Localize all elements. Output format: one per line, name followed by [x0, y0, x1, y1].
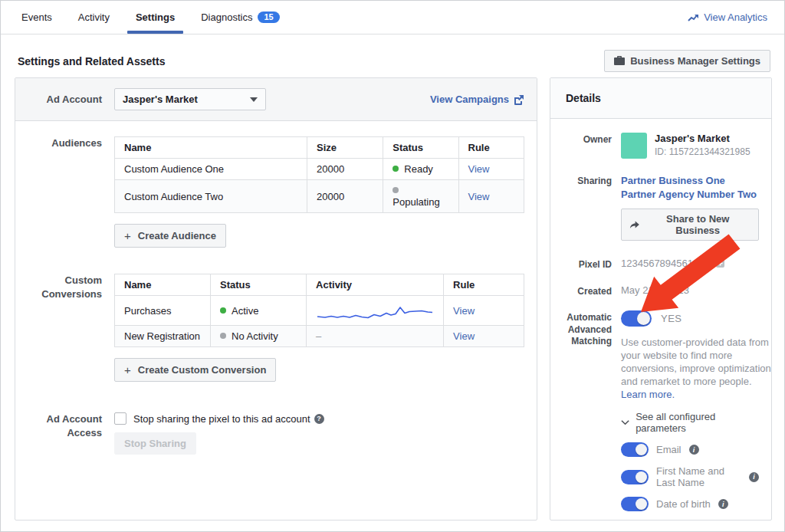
partner-agency-link[interactable]: Partner Agency Number Two — [621, 188, 759, 202]
tab-events-label: Events — [21, 11, 52, 23]
parameter-label: Email — [656, 444, 682, 455]
info-icon[interactable] — [689, 445, 699, 455]
col-name: Name — [115, 274, 211, 296]
diagnostics-count-badge: 15 — [258, 11, 279, 23]
sharing-row: Sharing Partner Business One Partner Age… — [563, 174, 759, 241]
toggle-state-text: YES — [661, 313, 682, 324]
parameter-label: Date of birth — [656, 498, 711, 510]
info-icon[interactable] — [718, 499, 728, 509]
stop-sharing-checkbox[interactable] — [114, 412, 126, 425]
audience-name: Custom Audience One — [115, 159, 307, 180]
table-row: Purchases Active View — [115, 296, 524, 326]
col-activity: Activity — [307, 274, 444, 296]
share-arrow-icon — [629, 220, 639, 229]
table-row: Custom Audience One 20000 Ready View — [115, 159, 524, 180]
custom-conversions-label: Custom Conversions — [28, 274, 102, 300]
col-rule: Rule — [444, 274, 524, 296]
audience-status: Ready — [383, 159, 458, 180]
stop-sharing-button-label: Stop Sharing — [124, 438, 186, 449]
custom-conversions-section: Custom Conversions Name Status Activity … — [28, 274, 524, 382]
audiences-table: Name Size Status Rule Custom Audience On… — [114, 136, 524, 213]
custom-conversions-header-row: Name Status Activity Rule — [115, 274, 524, 296]
email-toggle[interactable] — [621, 442, 649, 457]
details-title: Details — [550, 78, 771, 119]
table-row: New Registration No Activity – View — [115, 326, 524, 347]
see-all-parameters-toggle[interactable]: See all configured parameters — [621, 411, 759, 434]
audience-status: Populating — [383, 180, 458, 213]
col-name: Name — [115, 137, 307, 159]
parameter-row-email: Email — [621, 442, 759, 457]
tab-settings[interactable]: Settings — [123, 1, 188, 34]
chevron-down-icon — [621, 419, 629, 425]
business-manager-settings-button[interactable]: Business Manager Settings — [604, 50, 770, 72]
audiences-header-row: Name Size Status Rule — [115, 137, 524, 159]
avatar — [621, 133, 647, 159]
col-status: Status — [383, 137, 458, 159]
owner-row: Owner Jasper's Market ID: 11572213443219… — [563, 133, 759, 159]
audiences-label: Audiences — [28, 136, 102, 150]
owner-label: Owner — [563, 133, 612, 146]
conversion-name: New Registration — [115, 326, 211, 347]
create-audience-button[interactable]: Create Audience — [114, 224, 226, 248]
ad-account-access-section: Ad Account Access Stop sharing the pixel… — [28, 412, 524, 455]
page-title: Settings and Related Assetts — [18, 55, 165, 67]
automatic-advanced-matching-row: Automatic Advanced Matching YES Use cust… — [563, 310, 759, 521]
first-last-name-toggle[interactable] — [621, 470, 649, 484]
tabbar-spacer — [293, 1, 685, 34]
conversion-view-link[interactable]: View — [453, 305, 475, 317]
stop-sharing-button[interactable]: Stop Sharing — [114, 432, 196, 455]
audience-view-link[interactable]: View — [468, 163, 490, 175]
tab-diagnostics[interactable]: Diagnostics 15 — [188, 1, 292, 34]
trending-up-icon — [688, 13, 699, 22]
automatic-advanced-matching-toggle[interactable] — [621, 310, 652, 327]
status-dot-active — [220, 307, 226, 314]
created-row: Created May 21st, 2013 — [563, 284, 759, 298]
ad-account-header: Ad Account Jasper's Market View Campaign… — [15, 78, 537, 121]
audience-size: 20000 — [307, 180, 383, 213]
pixel-id-row: Pixel ID 1234567894561320 — [563, 258, 759, 271]
tab-activity[interactable]: Activity — [65, 1, 123, 34]
info-icon[interactable] — [749, 472, 759, 482]
conversion-status: Active — [211, 296, 307, 326]
owner-name: Jasper's Market — [655, 133, 751, 144]
audience-size: 20000 — [307, 159, 383, 180]
conversion-name: Purchases — [115, 296, 211, 326]
ad-account-access-label: Ad Account Access — [28, 412, 102, 439]
conversion-view-link[interactable]: View — [453, 330, 475, 342]
tab-activity-label: Activity — [78, 11, 110, 23]
tab-events[interactable]: Events — [8, 1, 65, 34]
gender-toggle[interactable] — [621, 520, 649, 521]
parameter-row-gender: Gender — [621, 520, 759, 521]
details-panel: Details Owner Jasper's Market ID: 115722… — [550, 77, 772, 521]
stop-sharing-checkbox-label: Stop sharing the pixel to this ad accoun… — [133, 413, 310, 425]
copy-icon[interactable] — [715, 258, 725, 268]
audience-view-link[interactable]: View — [468, 191, 490, 202]
share-to-new-business-button[interactable]: Share to New Business — [621, 209, 759, 241]
conversion-activity-empty: – — [307, 326, 444, 347]
ad-account-dropdown[interactable]: Jasper's Market — [114, 88, 266, 110]
activity-sparkline — [316, 300, 434, 320]
top-tab-bar: Events Activity Settings Diagnostics 15 … — [1, 1, 784, 34]
audiences-section: Audiences Name Size Status Rule Custom A… — [28, 136, 524, 248]
parameter-row-name: First Name and Last Name — [621, 465, 759, 488]
date-of-birth-toggle[interactable] — [621, 497, 649, 511]
view-campaigns-link[interactable]: View Campaigns — [430, 94, 524, 105]
see-all-parameters-label: See all configured parameters — [636, 411, 759, 434]
view-campaigns-label: View Campaigns — [430, 94, 509, 105]
create-audience-label: Create Audience — [138, 230, 216, 241]
ad-account-label: Ad Account — [28, 93, 102, 107]
view-analytics-link[interactable]: View Analytics — [685, 1, 770, 34]
status-dot-populating — [392, 187, 399, 193]
partner-business-link[interactable]: Partner Business One — [621, 174, 759, 188]
parameter-label: First Name and Last Name — [656, 465, 741, 488]
pixel-settings-body: Audiences Name Size Status Rule Custom A… — [15, 121, 537, 470]
created-value: May 21st, 2013 — [621, 284, 759, 296]
sharing-label: Sharing — [563, 174, 612, 188]
custom-conversions-table: Name Status Activity Rule Purchases Acti… — [114, 274, 524, 347]
create-custom-conversion-button[interactable]: Create Custom Conversion — [114, 358, 276, 382]
aam-description: Use customer-provided data from your web… — [621, 336, 772, 401]
help-icon[interactable] — [314, 414, 324, 424]
status-dot-no-activity — [220, 333, 226, 339]
learn-more-link[interactable]: Learn more. — [621, 389, 675, 400]
pixel-settings-panel: Ad Account Jasper's Market View Campaign… — [15, 77, 537, 521]
